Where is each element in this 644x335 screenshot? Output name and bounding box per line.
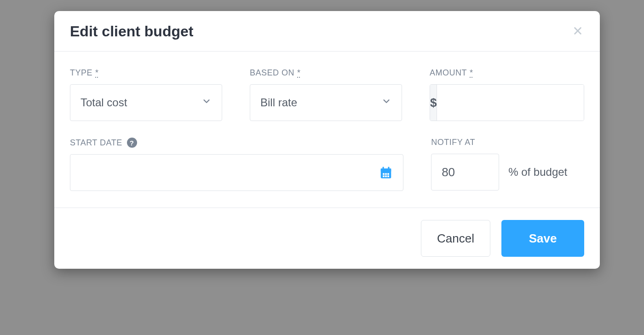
svg-rect-8	[387, 173, 389, 175]
type-label: TYPE *	[70, 68, 222, 78]
form-row-1: TYPE * Total cost BASED ON * Bill rate	[70, 68, 584, 121]
start-date-label-text: START DATE	[70, 138, 122, 148]
svg-rect-9	[383, 175, 385, 177]
svg-rect-3	[381, 168, 391, 171]
save-button[interactable]: Save	[501, 220, 584, 257]
notify-at-label: NOTIFY AT	[431, 138, 584, 147]
amount-input-group: $	[430, 84, 584, 121]
start-date-label: START DATE ?	[70, 138, 403, 148]
based-on-select[interactable]: Bill rate	[250, 84, 402, 121]
notify-at-input[interactable]	[442, 165, 489, 179]
notify-at-label-text: NOTIFY AT	[431, 138, 475, 147]
amount-label-text: AMOUNT	[430, 68, 467, 78]
chevron-down-icon	[201, 96, 212, 109]
required-mark: *	[95, 68, 99, 78]
close-button[interactable]	[571, 25, 584, 38]
required-mark: *	[470, 68, 473, 78]
modal-title: Edit client budget	[70, 23, 193, 40]
based-on-label: BASED ON *	[250, 68, 402, 78]
start-date-input-wrapper	[70, 154, 403, 191]
notify-at-input-wrapper	[431, 154, 499, 191]
svg-rect-7	[385, 173, 387, 175]
notify-at-row: % of budget	[431, 154, 584, 191]
edit-client-budget-modal: Edit client budget TYPE * Total cost	[54, 11, 600, 269]
type-field: TYPE * Total cost	[70, 68, 222, 121]
amount-input[interactable]	[437, 85, 584, 121]
required-mark: *	[297, 68, 301, 78]
cancel-button[interactable]: Cancel	[421, 220, 490, 257]
notify-at-field: NOTIFY AT % of budget	[431, 138, 584, 191]
modal-body: TYPE * Total cost BASED ON * Bill rate	[54, 52, 600, 208]
based-on-field: BASED ON * Bill rate	[250, 68, 402, 121]
amount-field: AMOUNT * $	[430, 68, 584, 121]
calendar-icon[interactable]	[379, 166, 393, 179]
svg-rect-6	[383, 173, 385, 175]
type-select[interactable]: Total cost	[70, 84, 222, 121]
amount-label: AMOUNT *	[430, 68, 584, 78]
close-icon	[573, 26, 583, 37]
start-date-input[interactable]	[80, 166, 379, 179]
modal-header: Edit client budget	[54, 11, 600, 52]
chevron-down-icon	[381, 96, 391, 109]
start-date-field: START DATE ?	[70, 138, 403, 191]
type-select-value: Total cost	[80, 96, 127, 109]
currency-prefix: $	[430, 85, 437, 121]
form-row-2: START DATE ?	[70, 138, 584, 191]
based-on-select-value: Bill rate	[260, 96, 297, 109]
based-on-label-text: BASED ON	[250, 68, 294, 78]
help-icon[interactable]: ?	[127, 138, 137, 148]
modal-footer: Cancel Save	[54, 208, 600, 269]
svg-rect-5	[388, 167, 390, 170]
notify-at-suffix: % of budget	[508, 166, 567, 179]
type-label-text: TYPE	[70, 68, 92, 78]
svg-rect-11	[387, 175, 389, 177]
svg-rect-4	[383, 167, 384, 170]
svg-rect-10	[385, 175, 387, 177]
